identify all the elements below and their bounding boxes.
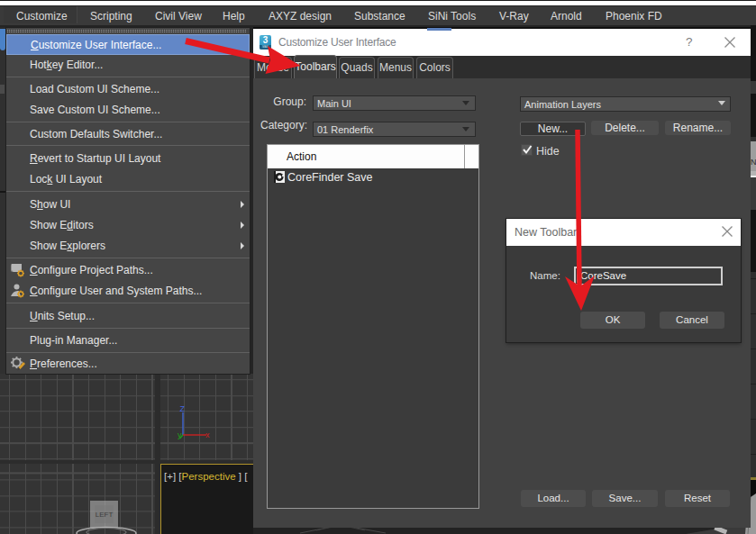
svg-text:x: x bbox=[205, 430, 210, 439]
svg-text:Z: Z bbox=[180, 404, 186, 413]
svg-text:y: y bbox=[178, 430, 182, 439]
